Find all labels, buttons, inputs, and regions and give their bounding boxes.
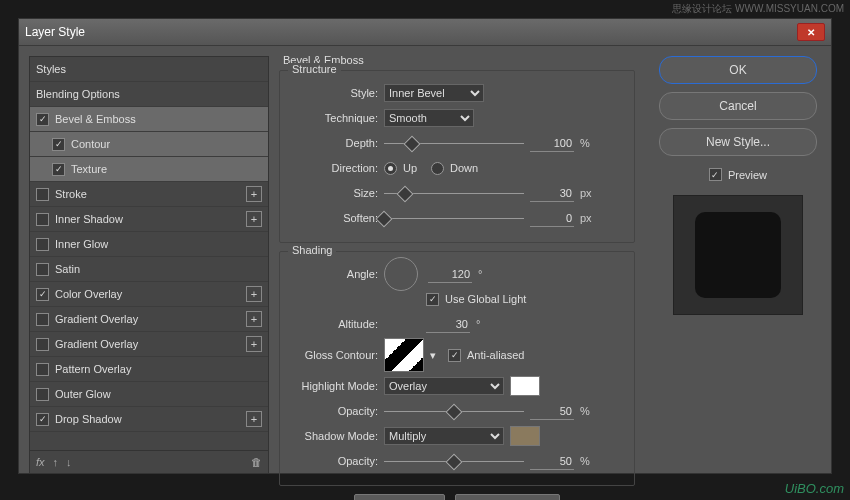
- depth-input[interactable]: [530, 135, 574, 152]
- sidebar-item-color-overlay[interactable]: Color Overlay+: [30, 282, 268, 307]
- bottom-watermark: UiBO.com: [785, 481, 844, 496]
- shadow-opacity-slider[interactable]: [384, 454, 524, 468]
- sidebar-item-bevel-emboss[interactable]: Bevel & Emboss: [30, 107, 268, 132]
- sidebar-item-stroke[interactable]: Stroke+: [30, 182, 268, 207]
- arrow-up-icon[interactable]: ↑: [53, 456, 59, 468]
- checkbox-icon[interactable]: [36, 288, 49, 301]
- make-default-button[interactable]: Make Default: [354, 494, 445, 500]
- effects-sidebar: Styles Blending Options Bevel & Emboss C…: [19, 46, 269, 474]
- plus-icon[interactable]: +: [246, 286, 262, 302]
- sidebar-item-drop-shadow[interactable]: Drop Shadow+: [30, 407, 268, 432]
- highlight-mode-select[interactable]: Overlay: [384, 377, 504, 395]
- technique-select[interactable]: Smooth: [384, 109, 474, 127]
- cancel-button[interactable]: Cancel: [659, 92, 817, 120]
- arrow-down-icon[interactable]: ↓: [66, 456, 72, 468]
- trash-icon[interactable]: 🗑: [251, 456, 262, 468]
- checkbox-icon[interactable]: [36, 263, 49, 276]
- fx-label: fx: [36, 456, 45, 468]
- highlight-opacity-input[interactable]: [530, 403, 574, 420]
- direction-down-radio[interactable]: [431, 162, 444, 175]
- preview-label: Preview: [728, 169, 767, 181]
- checkbox-icon[interactable]: [36, 388, 49, 401]
- size-input[interactable]: [530, 185, 574, 202]
- dialog-title: Layer Style: [25, 25, 85, 39]
- shadow-mode-select[interactable]: Multiply: [384, 427, 504, 445]
- sidebar-item-texture[interactable]: Texture: [30, 157, 268, 182]
- angle-dial[interactable]: [384, 257, 418, 291]
- layer-style-dialog: Layer Style ✕ Styles Blending Options Be…: [18, 18, 832, 474]
- angle-input[interactable]: [428, 266, 472, 283]
- checkbox-icon[interactable]: [52, 163, 65, 176]
- highlight-color-swatch[interactable]: [510, 376, 540, 396]
- global-light-checkbox[interactable]: ✓: [426, 293, 439, 306]
- plus-icon[interactable]: +: [246, 336, 262, 352]
- sidebar-item-pattern-overlay[interactable]: Pattern Overlay: [30, 357, 268, 382]
- style-select[interactable]: Inner Bevel: [384, 84, 484, 102]
- gloss-contour-picker[interactable]: [384, 338, 424, 372]
- highlight-opacity-slider[interactable]: [384, 404, 524, 418]
- checkbox-icon[interactable]: [36, 363, 49, 376]
- ok-button[interactable]: OK: [659, 56, 817, 84]
- titlebar: Layer Style ✕: [19, 19, 831, 46]
- sidebar-item-outer-glow[interactable]: Outer Glow: [30, 382, 268, 407]
- reset-default-button[interactable]: Reset to Default: [455, 494, 560, 500]
- sidebar-item-inner-glow[interactable]: Inner Glow: [30, 232, 268, 257]
- plus-icon[interactable]: +: [246, 311, 262, 327]
- altitude-input[interactable]: [426, 316, 470, 333]
- sidebar-styles[interactable]: Styles: [30, 57, 268, 82]
- fx-toolbar: fx ↑ ↓ 🗑: [29, 451, 269, 474]
- shadow-color-swatch[interactable]: [510, 426, 540, 446]
- sidebar-item-contour[interactable]: Contour: [30, 132, 268, 157]
- sidebar-blending-options[interactable]: Blending Options: [30, 82, 268, 107]
- dialog-actions: OK Cancel New Style... ✓ Preview: [645, 46, 831, 474]
- close-icon: ✕: [807, 27, 815, 38]
- checkbox-icon[interactable]: [52, 138, 65, 151]
- soften-slider[interactable]: [384, 211, 524, 225]
- sidebar-item-satin[interactable]: Satin: [30, 257, 268, 282]
- settings-panel: Bevel & Emboss Structure Style: Inner Be…: [269, 46, 645, 474]
- checkbox-icon[interactable]: [36, 338, 49, 351]
- checkbox-icon[interactable]: [36, 188, 49, 201]
- plus-icon[interactable]: +: [246, 411, 262, 427]
- soften-input[interactable]: [530, 210, 574, 227]
- size-slider[interactable]: [384, 186, 524, 200]
- preview-checkbox[interactable]: ✓: [709, 168, 722, 181]
- depth-slider[interactable]: [384, 136, 524, 150]
- checkbox-icon[interactable]: [36, 313, 49, 326]
- checkbox-icon[interactable]: [36, 113, 49, 126]
- shadow-opacity-input[interactable]: [530, 453, 574, 470]
- sidebar-item-inner-shadow[interactable]: Inner Shadow+: [30, 207, 268, 232]
- chevron-down-icon[interactable]: ▾: [430, 349, 436, 362]
- structure-group: Structure Style: Inner Bevel Technique: …: [279, 70, 635, 243]
- antialiased-checkbox[interactable]: ✓: [448, 349, 461, 362]
- sidebar-item-gradient-overlay-1[interactable]: Gradient Overlay+: [30, 307, 268, 332]
- checkbox-icon[interactable]: [36, 413, 49, 426]
- new-style-button[interactable]: New Style...: [659, 128, 817, 156]
- plus-icon[interactable]: +: [246, 186, 262, 202]
- direction-up-radio[interactable]: [384, 162, 397, 175]
- sidebar-item-gradient-overlay-2[interactable]: Gradient Overlay+: [30, 332, 268, 357]
- checkbox-icon[interactable]: [36, 213, 49, 226]
- top-watermark: 思缘设计论坛 WWW.MISSYUAN.COM: [672, 2, 844, 16]
- close-button[interactable]: ✕: [797, 23, 825, 41]
- plus-icon[interactable]: +: [246, 211, 262, 227]
- checkbox-icon[interactable]: [36, 238, 49, 251]
- preview-thumbnail: [673, 195, 803, 315]
- shading-group: Shading Angle: ° ✓ Use Global Light Alti…: [279, 251, 635, 486]
